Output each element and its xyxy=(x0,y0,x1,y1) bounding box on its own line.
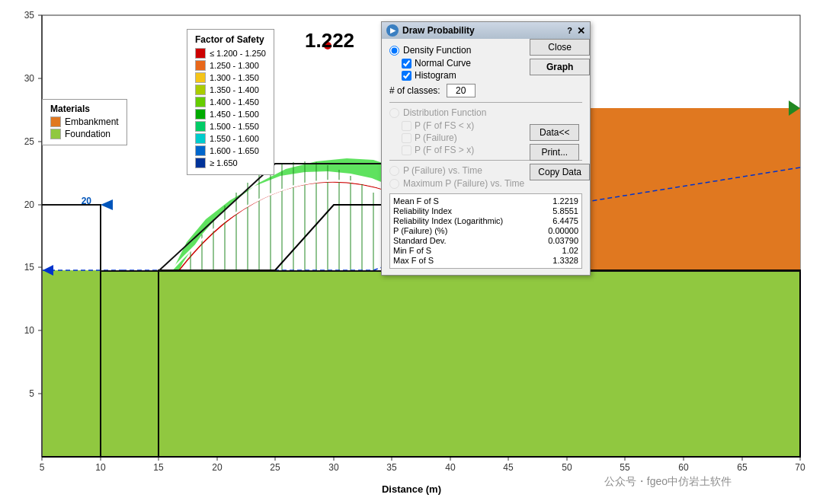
fos-item-7: 1.550 - 1.600 xyxy=(195,133,266,144)
fos-swatch-7 xyxy=(195,133,206,144)
fos-label-3: 1.350 - 1.400 xyxy=(210,85,259,94)
p-fos-greater-checkbox xyxy=(402,145,412,155)
svg-text:40: 40 xyxy=(445,462,456,473)
stat-row-3: P (Failure) (%) 0.00000 xyxy=(393,226,578,235)
classes-label: # of classes: xyxy=(389,85,440,96)
fos-item-9: ≥ 1.650 xyxy=(195,158,266,168)
fos-item-4: 1.400 - 1.450 xyxy=(195,97,266,107)
close-button[interactable]: Close xyxy=(530,39,590,56)
svg-text:5: 5 xyxy=(29,388,34,399)
stat-row-0: Mean F of S 1.2219 xyxy=(393,196,578,206)
svg-text:30: 30 xyxy=(328,462,339,473)
fos-item-1: 1.250 - 1.300 xyxy=(195,60,266,71)
svg-text:10: 10 xyxy=(24,325,35,336)
svg-text:25: 25 xyxy=(270,462,280,473)
stat-row-6: Max F of S 1.3328 xyxy=(393,256,578,265)
stat-key-5: Min F of S xyxy=(393,246,431,255)
stat-val-4: 0.03790 xyxy=(548,236,578,245)
dialog-body: Density Function Normal Curve Histogram … xyxy=(382,39,590,275)
fos-item-6: 1.500 - 1.550 xyxy=(195,121,266,132)
svg-text:70: 70 xyxy=(795,462,805,473)
stat-row-1: Reliability Index 5.8551 xyxy=(393,206,578,215)
svg-text:60: 60 xyxy=(678,462,689,473)
fos-swatch-3 xyxy=(195,85,206,95)
materials-legend: Materials Embankment Foundation xyxy=(42,99,127,145)
mat-label-embankment: Embankment xyxy=(65,116,119,127)
x-axis-label: Distance (m) xyxy=(382,483,441,495)
fos-swatch-2 xyxy=(195,72,206,83)
fos-legend: Factor of Safety ≤ 1.200 - 1.250 1.250 -… xyxy=(187,29,274,175)
p-failure-label: P (Failure) xyxy=(415,132,457,143)
fos-label-5: 1.450 - 1.500 xyxy=(210,110,259,119)
histogram-checkbox[interactable] xyxy=(402,71,412,81)
svg-text:20: 20 xyxy=(212,462,223,473)
fos-label-4: 1.400 - 1.450 xyxy=(210,97,259,107)
svg-text:65: 65 xyxy=(737,462,748,473)
stat-val-0: 1.2219 xyxy=(552,196,578,206)
fos-swatch-6 xyxy=(195,121,206,132)
fos-label-2: 1.300 - 1.350 xyxy=(210,73,259,82)
svg-text:25: 25 xyxy=(24,136,35,147)
stat-key-3: P (Failure) (%) xyxy=(393,226,447,235)
svg-text:55: 55 xyxy=(620,462,630,473)
stat-key-1: Reliability Index xyxy=(393,206,452,215)
distribution-function-radio xyxy=(389,108,399,118)
materials-legend-title: Materials xyxy=(50,104,119,114)
mat-swatch-embankment xyxy=(50,116,61,127)
p-failure-vs-time-radio xyxy=(389,166,399,176)
fos-item-2: 1.300 - 1.350 xyxy=(195,72,266,83)
data-button[interactable]: Data<< xyxy=(530,124,579,141)
svg-text:50: 50 xyxy=(562,462,572,473)
svg-text:5: 5 xyxy=(40,462,45,473)
dialog-action-buttons: Close Graph Data<< Print... Copy Data xyxy=(530,39,590,180)
histogram-label: Histogram xyxy=(415,70,456,81)
svg-text:45: 45 xyxy=(503,462,514,473)
svg-text:20: 20 xyxy=(24,199,35,210)
stat-val-2: 6.4475 xyxy=(552,216,578,225)
normal-curve-label: Normal Curve xyxy=(415,58,471,69)
stats-table: Mean F of S 1.2219 Reliability Index 5.8… xyxy=(389,193,582,269)
stat-val-6: 1.3328 xyxy=(552,256,578,265)
stat-val-5: 1.02 xyxy=(562,246,578,255)
mat-swatch-foundation xyxy=(50,129,61,139)
svg-marker-5 xyxy=(562,108,800,270)
fos-swatch-9 xyxy=(195,158,206,168)
graph-button[interactable]: Graph xyxy=(530,59,590,75)
fos-item-3: 1.350 - 1.400 xyxy=(195,85,266,95)
fos-label-0: ≤ 1.200 - 1.250 xyxy=(210,49,266,58)
fos-swatch-8 xyxy=(195,145,206,156)
distribution-function-label: Distribution Function xyxy=(403,107,486,118)
fos-value-annotation: 1.222 xyxy=(305,29,354,53)
stat-key-6: Max F of S xyxy=(393,256,434,265)
fos-item-5: 1.450 - 1.500 xyxy=(195,109,266,120)
p-fos-less-label: P (F of FS < x) xyxy=(415,120,474,131)
dialog-help-button[interactable]: ? xyxy=(567,26,572,35)
svg-text:15: 15 xyxy=(24,262,35,273)
dialog-title: Draw Probability xyxy=(402,25,567,36)
mat-item-embankment: Embankment xyxy=(50,116,119,127)
fos-swatch-1 xyxy=(195,60,206,71)
mat-label-foundation: Foundation xyxy=(65,129,110,139)
normal-curve-checkbox[interactable] xyxy=(402,59,412,69)
stat-row-5: Min F of S 1.02 xyxy=(393,246,578,255)
fos-label-7: 1.550 - 1.600 xyxy=(210,134,259,143)
svg-text:10: 10 xyxy=(95,462,106,473)
fos-item-8: 1.600 - 1.650 xyxy=(195,145,266,156)
fos-label-6: 1.500 - 1.550 xyxy=(210,122,259,131)
copy-data-button[interactable]: Copy Data xyxy=(530,164,590,180)
draw-probability-dialog: ▶ Draw Probability ? ✕ Density Function … xyxy=(381,21,591,276)
mat-item-foundation: Foundation xyxy=(50,129,119,139)
dialog-titlebar: ▶ Draw Probability ? ✕ xyxy=(382,22,590,39)
fos-label-8: 1.600 - 1.650 xyxy=(210,146,259,155)
fos-label-9: ≥ 1.650 xyxy=(210,158,238,167)
print-button[interactable]: Print... xyxy=(530,144,579,161)
svg-text:35: 35 xyxy=(24,10,35,21)
fos-item-0: ≤ 1.200 - 1.250 xyxy=(195,48,266,59)
classes-input[interactable] xyxy=(447,84,476,97)
p-failure-checkbox xyxy=(402,133,412,143)
fos-swatch-5 xyxy=(195,109,206,120)
svg-text:15: 15 xyxy=(153,462,164,473)
dialog-close-x-button[interactable]: ✕ xyxy=(577,26,585,36)
fos-label-1: 1.250 - 1.300 xyxy=(210,61,259,70)
density-function-radio[interactable] xyxy=(389,46,399,56)
